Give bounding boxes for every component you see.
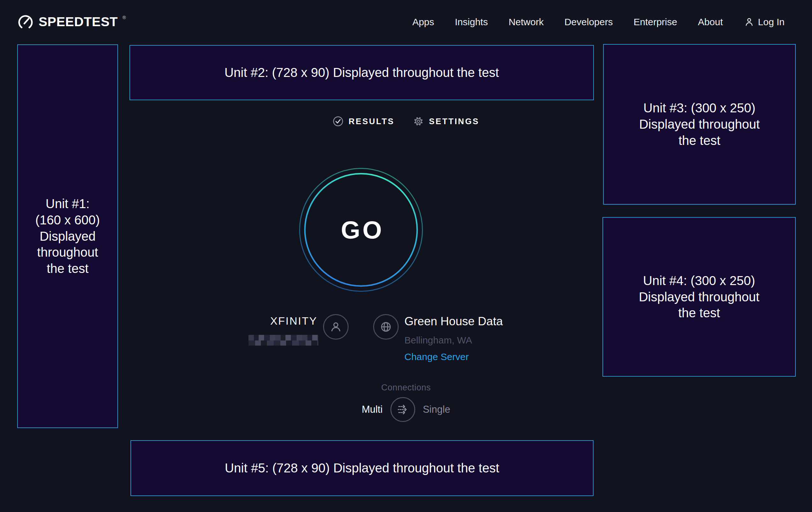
redacted-ip-address [249, 335, 318, 346]
ad-unit-1[interactable]: Unit #1: (160 x 600) Displayed throughou… [17, 44, 118, 428]
main-nav: Apps Insights Network Developers Enterpr… [412, 17, 723, 27]
go-button-label: GO [299, 168, 423, 292]
go-button[interactable]: GO [299, 168, 423, 292]
speedtest-page: SPEEDTEST ® Apps Insights Network Develo… [0, 0, 812, 512]
isp-name: XFINITY [223, 314, 317, 327]
server-name: Green House Data [404, 315, 503, 328]
user-icon [328, 320, 343, 334]
ad-unit-4[interactable]: Unit #4: (300 x 250) Displayed throughou… [603, 217, 796, 377]
connections-option-multi[interactable]: Multi [362, 404, 382, 415]
server-avatar [373, 314, 399, 340]
nav-item-insights[interactable]: Insights [455, 17, 488, 27]
ad-unit-4-text: Unit #4: (300 x 250) Displayed throughou… [639, 273, 759, 321]
login-label: Log In [758, 17, 785, 27]
tab-results-label: RESULTS [349, 116, 395, 127]
connections-toggle-button[interactable] [390, 397, 415, 422]
gear-icon [413, 116, 424, 127]
change-server-link[interactable]: Change Server [404, 351, 469, 363]
tab-results[interactable]: RESULTS [332, 116, 395, 127]
ad-unit-2[interactable]: Unit #2: (728 x 90) Displayed throughout… [129, 45, 594, 100]
nav-item-network[interactable]: Network [509, 17, 544, 27]
speedtest-logo[interactable]: SPEEDTEST ® [17, 14, 126, 31]
logo-text: SPEEDTEST [38, 14, 118, 30]
nav-item-apps[interactable]: Apps [412, 17, 434, 27]
login-button[interactable]: Log In [744, 17, 785, 27]
connections-option-single[interactable]: Single [423, 404, 450, 415]
tab-settings[interactable]: SETTINGS [413, 116, 480, 127]
view-tabs: RESULTS SETTINGS [0, 116, 812, 127]
top-nav-bar: SPEEDTEST ® Apps Insights Network Develo… [0, 0, 812, 44]
nav-item-about[interactable]: About [698, 17, 723, 27]
ad-unit-5[interactable]: Unit #5: (728 x 90) Displayed throughout… [130, 440, 593, 496]
logo-trademark: ® [122, 15, 126, 20]
check-circle-icon [332, 116, 344, 127]
server-location: Bellingham, WA [404, 334, 472, 346]
connections-toggle-row: Multi Single [0, 397, 812, 422]
nav-item-enterprise[interactable]: Enterprise [633, 17, 677, 27]
ad-unit-2-text: Unit #2: (728 x 90) Displayed throughout… [225, 64, 499, 81]
ad-unit-5-text: Unit #5: (728 x 90) Displayed throughout… [225, 460, 499, 476]
ad-unit-1-text: Unit #1: (160 x 600) Displayed throughou… [35, 196, 100, 277]
speedometer-icon [17, 14, 34, 31]
multi-connections-icon [396, 402, 410, 417]
connections-heading: Connections [0, 383, 812, 393]
nav-item-developers[interactable]: Developers [564, 17, 613, 27]
isp-avatar [323, 314, 349, 340]
globe-icon [379, 320, 393, 334]
person-icon [744, 17, 755, 27]
tab-settings-label: SETTINGS [429, 116, 480, 127]
